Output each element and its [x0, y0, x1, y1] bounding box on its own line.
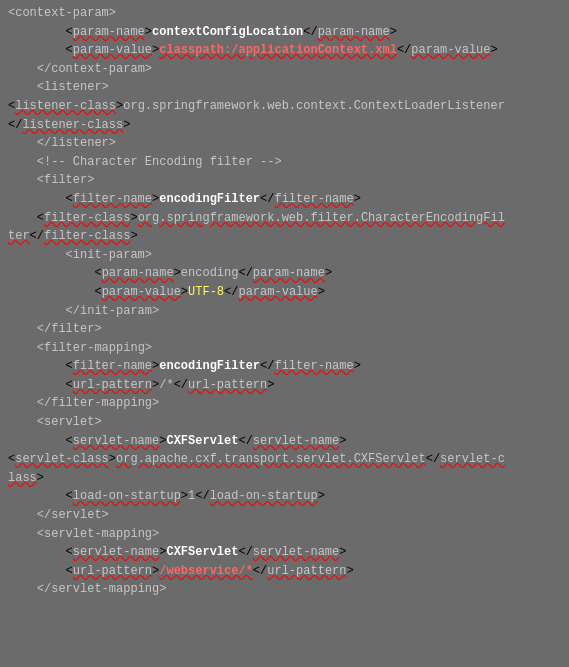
value-text: UTF-8 — [188, 285, 224, 299]
tag: </listener> — [37, 136, 116, 150]
tag-name: filter-class — [44, 229, 130, 243]
tag-name: filter-name — [73, 192, 152, 206]
tag: <filter-mapping> — [37, 341, 152, 355]
tag-name: url-pattern — [188, 378, 267, 392]
tag: </servlet-mapping> — [37, 582, 167, 596]
tag: <init-param> — [66, 248, 152, 262]
line-31: <url-pattern>/webservice/*</url-pattern> — [8, 562, 561, 581]
text: encoding — [181, 266, 239, 280]
line-23: <servlet> — [8, 413, 561, 432]
line-14: <init-param> — [8, 246, 561, 265]
tag: </filter> — [37, 322, 102, 336]
line-6: <listener-class>org.springframework.web.… — [8, 97, 561, 116]
tag: </filter-mapping> — [37, 396, 159, 410]
class-text: org.springframework.web.context.ContextL… — [123, 99, 505, 113]
tag-name: param-name — [102, 266, 174, 280]
tag: <listener> — [37, 80, 109, 94]
line-1: <context-param> — [8, 4, 561, 23]
text: CXFServlet — [166, 545, 238, 559]
tag: <servlet-mapping> — [37, 527, 159, 541]
line-17: </init-param> — [8, 302, 561, 321]
tag-name: param-value — [238, 285, 317, 299]
class-path-cont: ter — [8, 229, 30, 243]
tag-name: servlet-name — [73, 434, 159, 448]
tag-name: filter-name — [274, 359, 353, 373]
tag-name: url-pattern — [73, 378, 152, 392]
line-18: </filter> — [8, 320, 561, 339]
text: CXFServlet — [166, 434, 238, 448]
url-text: /* — [159, 378, 173, 392]
line-24: <servlet-name>CXFServlet</servlet-name> — [8, 432, 561, 451]
code-editor: <context-param> <param-name>contextConfi… — [0, 0, 569, 667]
line-22: </filter-mapping> — [8, 394, 561, 413]
line-4: </context-param> — [8, 60, 561, 79]
line-11: <filter-name>encodingFilter</filter-name… — [8, 190, 561, 209]
line-26: lass> — [8, 469, 561, 488]
line-3: <param-value>classpath:/applicationConte… — [8, 41, 561, 60]
line-10: <filter> — [8, 171, 561, 190]
line-5: <listener> — [8, 78, 561, 97]
line-9: <!-- Character Encoding filter --> — [8, 153, 561, 172]
tag-name: servlet-name — [253, 434, 339, 448]
tag-name: url-pattern — [267, 564, 346, 578]
line-27: <load-on-startup>1</load-on-startup> — [8, 487, 561, 506]
tag-name: servlet-c — [440, 452, 505, 466]
line-25: <servlet-class>org.apache.cxf.transport.… — [8, 450, 561, 469]
text: encodingFilter — [159, 359, 260, 373]
tag-name: filter-name — [274, 192, 353, 206]
tag-name: servlet-name — [73, 545, 159, 559]
class-path: org.springframework.web.filter.Character… — [138, 211, 505, 225]
tag-name: param-name — [318, 25, 390, 39]
comment: <!-- Character Encoding filter --> — [37, 155, 282, 169]
tag-name: lass — [8, 471, 37, 485]
tag-name: filter-name — [73, 359, 152, 373]
tag-name: listener-class — [22, 118, 123, 132]
tag-name: param-value — [411, 43, 490, 57]
tag-name: param-name — [253, 266, 325, 280]
line-16: <param-value>UTF-8</param-value> — [8, 283, 561, 302]
tag: </context-param> — [37, 62, 152, 76]
line-20: <filter-name>encodingFilter</filter-name… — [8, 357, 561, 376]
tag-name: url-pattern — [73, 564, 152, 578]
tag: </servlet> — [37, 508, 109, 522]
tag-name: param-value — [73, 43, 152, 57]
line-32: </servlet-mapping> — [8, 580, 561, 599]
line-12: <filter-class>org.springframework.web.fi… — [8, 209, 561, 228]
line-7: </listener-class> — [8, 116, 561, 135]
tag-name: load-on-startup — [73, 489, 181, 503]
tag-name: load-on-startup — [210, 489, 318, 503]
tag-name: servlet-class — [15, 452, 109, 466]
tag: <servlet> — [37, 415, 102, 429]
line-19: <filter-mapping> — [8, 339, 561, 358]
tag: </init-param> — [66, 304, 160, 318]
tag-name: servlet-name — [253, 545, 339, 559]
tag: <filter> — [37, 173, 95, 187]
tag-name: param-value — [102, 285, 181, 299]
tag-name: filter-class — [44, 211, 130, 225]
line-21: <url-pattern>/*</url-pattern> — [8, 376, 561, 395]
line-15: <param-name>encoding</param-name> — [8, 264, 561, 283]
tag-name: listener-class — [15, 99, 116, 113]
text: 1 — [188, 489, 195, 503]
text: contextConfigLocation — [152, 25, 303, 39]
line-30: <servlet-name>CXFServlet</servlet-name> — [8, 543, 561, 562]
line-29: <servlet-mapping> — [8, 525, 561, 544]
path-value: classpath:/applicationContext.xml — [159, 43, 397, 57]
url-value: /webservice/* — [159, 564, 253, 578]
class-path: org.apache.cxf.transport.servlet.CXFServ… — [116, 452, 426, 466]
line-13: ter</filter-class> — [8, 227, 561, 246]
line-8: </listener> — [8, 134, 561, 153]
tag: <context-param> — [8, 6, 116, 20]
line-28: </servlet> — [8, 506, 561, 525]
line-2: <param-name>contextConfigLocation</param… — [8, 23, 561, 42]
tag-name: param-name — [73, 25, 145, 39]
text: encodingFilter — [159, 192, 260, 206]
